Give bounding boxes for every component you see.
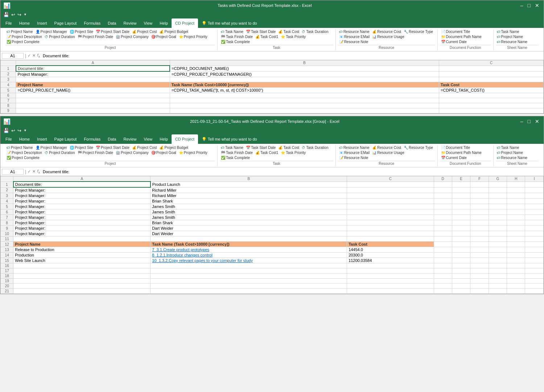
cell-a7-1[interactable] [16,98,170,103]
cell-a2-2[interactable]: Project Manager: [13,187,151,193]
formula-input-1[interactable]: Document title: [41,54,542,58]
cell-b14-2[interactable]: 8_1.2.1.Introduce changes control [151,253,347,258]
cell-f15-2[interactable] [470,258,489,263]
cell-a20-2[interactable] [13,284,151,289]
btn-task-priority-2[interactable]: ⭐Task Priority [280,150,306,155]
cell-d10-2[interactable] [434,231,452,237]
col-header-f-2[interactable]: F [470,176,489,182]
btn-project-complete-1[interactable]: ✅Project Complete [5,39,41,44]
cell-d13-2[interactable] [434,247,452,253]
cell-d20-2[interactable] [434,284,452,289]
undo-icon[interactable]: ↩ [11,12,15,17]
col-header-g-2[interactable]: G [489,176,507,182]
btn-doc-title-2[interactable]: 📄Document Title [440,145,471,150]
cell-a4-1[interactable]: Project Name [16,82,170,88]
cell-d16-2[interactable] [434,263,452,268]
cell-a1-1[interactable]: Document title: [16,66,170,71]
menu-file-2[interactable]: File [2,134,16,144]
btn-task-finish-1[interactable]: 🏁Task Finish Date [220,34,254,39]
btn-project-finish-2[interactable]: 🏁Project Finish Date [77,150,114,155]
cell-c11-2[interactable] [347,237,434,242]
menu-search-1[interactable]: 💡 Tell me what you want to do [198,18,261,28]
cell-h2-2[interactable] [507,187,525,193]
cell-e6-2[interactable] [452,209,470,215]
btn-project-name-1[interactable]: 🏷Project Name [5,29,34,34]
cell-h15-2[interactable] [507,258,525,263]
fx-icon-2[interactable]: fx [37,169,40,174]
cell-e1-2[interactable] [452,182,470,187]
cell-a6-1[interactable] [16,93,170,98]
cell-g18-2[interactable] [489,274,507,279]
col-header-b-1[interactable]: B [170,61,439,66]
cell-e18-2[interactable] [452,274,470,279]
cell-b20-2[interactable] [151,284,347,289]
cell-e15-2[interactable] [452,258,470,263]
btn-sheet-resourcename-2[interactable]: 🏷Resource Name [496,155,528,160]
cell-a2-1[interactable]: Project Manager: [16,71,170,77]
cell-c8-1[interactable] [439,103,544,108]
cell-b7-1[interactable] [170,98,439,103]
cell-e21-2[interactable] [452,289,470,294]
undo-icon-2[interactable]: ↩ [11,128,15,133]
cell-h18-2[interactable] [507,274,525,279]
cell-f5-2[interactable] [470,204,489,209]
cell-a9-1[interactable] [16,108,170,113]
btn-task-duration-1[interactable]: ⏱Task Duration [301,29,329,34]
cell-c21-2[interactable] [347,289,434,294]
cell-b11-2[interactable] [151,237,347,242]
cell-h14-2[interactable] [507,253,525,258]
cell-g6-2[interactable] [489,209,507,215]
cell-h17-2[interactable] [507,268,525,274]
cell-h21-2[interactable] [507,289,525,294]
btn-project-desc-1[interactable]: 📝Project Description [5,34,43,39]
cell-a19-2[interactable] [13,279,151,284]
btn-task-cost1-1[interactable]: 💰Task Cost1 [254,34,279,39]
menu-data-2[interactable]: Data [104,134,120,144]
col-header-c-2[interactable]: C [347,176,434,182]
cell-e9-2[interactable] [452,226,470,231]
fx-icon-1[interactable]: fx [37,53,40,58]
cell-i12-2[interactable] [525,242,544,247]
cell-i19-2[interactable] [525,279,544,284]
cell-b12-2[interactable]: Task Name (Task Cost>10000 [currency]) [151,242,347,247]
cell-f7-2[interactable] [470,215,489,220]
cell-d2-2[interactable] [434,187,452,193]
col-header-d-2[interactable]: D [434,176,452,182]
btn-task-complete-2[interactable]: ✅Task Complete [220,155,251,160]
btn-sheet-resourcename-1[interactable]: 🏷Resource Name [496,39,528,44]
minimize-btn-1[interactable]: – [519,3,525,8]
cell-b5-2[interactable]: James Smith [151,204,347,209]
cell-h12-2[interactable] [507,242,525,247]
save-icon-2[interactable]: 💾 [3,128,9,133]
cell-a3-2[interactable]: Project Manager: [13,193,151,199]
btn-project-site-2[interactable]: 🌐Project Site [69,145,94,150]
cell-d11-2[interactable] [434,237,452,242]
cell-b6-2[interactable]: James Smith [151,209,347,215]
btn-project-budget-1[interactable]: 💰Project Budget [158,29,189,34]
menu-home-2[interactable]: Home [16,134,33,144]
btn-project-desc-2[interactable]: 📝Project Description [5,150,43,155]
cell-f16-2[interactable] [470,263,489,268]
cell-c1-1[interactable] [439,66,544,71]
btn-task-finish-2[interactable]: 🏁Task Finish Date [220,150,254,155]
cell-ref-input-2[interactable]: A1 [2,169,24,175]
cell-f12-2[interactable] [470,242,489,247]
cell-b7-2[interactable]: James Smith [151,215,347,220]
redo-icon[interactable]: ↪ [17,12,21,17]
cell-b21-2[interactable] [151,289,347,294]
cell-c16-2[interactable] [347,263,434,268]
cell-c9-2[interactable] [347,226,434,231]
btn-task-cost1-2[interactable]: 💰Task Cost1 [254,150,279,155]
menu-file-1[interactable]: File [2,18,16,28]
maximize-btn-2[interactable]: □ [526,118,532,124]
cell-i20-2[interactable] [525,284,544,289]
btn-current-date-2[interactable]: 📅Current Date [440,155,468,160]
close-btn-2[interactable]: ✕ [533,118,541,124]
minimize-btn-2[interactable]: – [519,118,525,124]
cell-c13-2[interactable]: 14454.0 [347,247,434,253]
cell-i16-2[interactable] [525,263,544,268]
cell-b13-2[interactable]: 7_3.1.Create product prototypes [151,247,347,253]
menu-insert-2[interactable]: Insert [33,134,51,144]
menu-view-1[interactable]: View [140,18,156,28]
cell-g15-2[interactable] [489,258,507,263]
